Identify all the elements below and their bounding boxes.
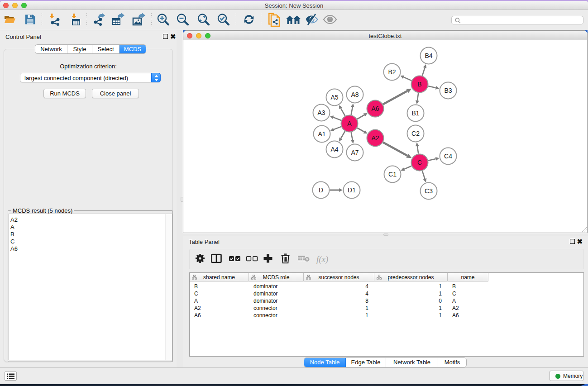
close-panel-button[interactable]: Close panel bbox=[92, 89, 139, 98]
network-canvas[interactable]: B4B2BB3A5A8A6B1A3AA1C2A2A4A7C4CC1C3DD1 bbox=[183, 41, 587, 233]
cell-predecessor-nodes[interactable]: 1 bbox=[374, 283, 442, 290]
import-network-icon[interactable] bbox=[48, 13, 62, 28]
column-header-predecessor-nodes[interactable]: predecessor nodes bbox=[374, 273, 448, 281]
edge-B-B2[interactable] bbox=[404, 77, 412, 81]
table-row[interactable]: A6connector11A6 bbox=[190, 312, 583, 319]
export-table-icon[interactable] bbox=[111, 13, 126, 28]
open-file-icon[interactable] bbox=[4, 14, 16, 27]
show-selected-icon[interactable] bbox=[323, 14, 337, 26]
export-image-icon[interactable] bbox=[132, 13, 147, 28]
close-panel-icon[interactable]: ✖ bbox=[170, 34, 176, 39]
column-header-MCDS-role[interactable]: MCDS role bbox=[249, 273, 304, 281]
zoom-out-icon[interactable] bbox=[177, 13, 189, 27]
table-close-panel-icon[interactable]: ✖ bbox=[577, 239, 583, 244]
cell-name[interactable]: A bbox=[452, 297, 487, 305]
edge-C-C1[interactable] bbox=[404, 166, 411, 169]
tab-mcds[interactable]: MCDS bbox=[120, 45, 146, 53]
edge-B-B1[interactable] bbox=[417, 93, 418, 100]
edge-B-B3[interactable] bbox=[428, 86, 436, 88]
column-header-shared-name[interactable]: shared name bbox=[190, 273, 249, 281]
table-row[interactable]: Bdominator41B bbox=[190, 283, 583, 290]
cell-shared-name[interactable]: A bbox=[194, 297, 248, 305]
export-network-icon[interactable] bbox=[93, 13, 106, 28]
float-panel-icon[interactable] bbox=[163, 34, 168, 39]
edge-A-A8[interactable] bbox=[351, 107, 353, 115]
edge-C-C2[interactable] bbox=[417, 146, 418, 154]
delete-row-icon[interactable] bbox=[281, 253, 290, 266]
apply-layout-icon[interactable] bbox=[243, 14, 255, 27]
result-item[interactable]: A6 bbox=[9, 245, 172, 253]
cell-MCDS-role[interactable]: dominator bbox=[253, 297, 302, 305]
network-window-titlebar[interactable]: testGlobe.txt bbox=[183, 31, 587, 40]
optimization-criterion-dropdown[interactable]: largest connected component (directed) bbox=[20, 73, 161, 82]
cell-shared-name[interactable]: B bbox=[194, 283, 248, 290]
resize-grip-icon[interactable] bbox=[580, 225, 587, 232]
result-item[interactable]: A2 bbox=[9, 216, 172, 224]
cell-shared-name[interactable]: A6 bbox=[194, 312, 248, 319]
table-row[interactable]: Cdominator41C bbox=[190, 290, 583, 297]
cell-MCDS-role[interactable]: dominator bbox=[253, 283, 302, 290]
edge-C-C4[interactable] bbox=[428, 159, 436, 161]
memory-button[interactable]: Memory bbox=[550, 371, 583, 381]
tab-node-table[interactable]: Node Table bbox=[304, 358, 346, 367]
cell-successor-nodes[interactable]: 4 bbox=[304, 290, 368, 297]
vertical-split-divider[interactable] bbox=[177, 30, 183, 367]
show-all-icon[interactable] bbox=[286, 14, 301, 27]
cell-shared-name[interactable]: C bbox=[194, 290, 248, 297]
tab-motifs[interactable]: Motifs bbox=[438, 358, 466, 367]
column-header-name[interactable]: name bbox=[448, 273, 488, 281]
edge-B-B4[interactable] bbox=[422, 68, 425, 76]
add-row-icon[interactable] bbox=[263, 253, 273, 265]
zoom-in-icon[interactable] bbox=[157, 13, 169, 27]
cell-predecessor-nodes[interactable]: 1 bbox=[374, 290, 442, 297]
result-item[interactable]: C bbox=[9, 238, 172, 245]
save-session-icon[interactable] bbox=[24, 14, 36, 27]
function-builder-icon[interactable]: f(x) bbox=[316, 254, 328, 264]
cell-MCDS-role[interactable]: dominator bbox=[253, 290, 302, 297]
edge-A-A6[interactable] bbox=[357, 115, 364, 119]
table-options-icon[interactable] bbox=[195, 253, 205, 265]
horizontal-split-handle[interactable] bbox=[383, 234, 388, 236]
cell-name[interactable]: A6 bbox=[452, 312, 487, 319]
table-row[interactable]: Adominator80A bbox=[190, 297, 583, 305]
edge-A2-C[interactable] bbox=[383, 142, 407, 156]
edge-A-A1[interactable] bbox=[334, 127, 341, 129]
select-all-icon[interactable] bbox=[229, 255, 241, 263]
cell-successor-nodes[interactable]: 1 bbox=[304, 305, 368, 312]
cell-shared-name[interactable]: A2 bbox=[194, 305, 248, 312]
result-scrollbar[interactable] bbox=[165, 214, 172, 360]
zoom-fit-icon[interactable] bbox=[197, 13, 210, 27]
tab-network-table[interactable]: Network Table bbox=[386, 358, 438, 367]
tab-edge-table[interactable]: Edge Table bbox=[346, 358, 386, 367]
cell-successor-nodes[interactable]: 4 bbox=[304, 283, 368, 290]
column-header-successor-nodes[interactable]: successor nodes bbox=[304, 273, 374, 281]
tab-style[interactable]: Style bbox=[67, 45, 92, 53]
zoom-selected-icon[interactable] bbox=[217, 13, 229, 27]
table-row[interactable]: A2connector11A2 bbox=[190, 305, 583, 312]
result-item[interactable]: A bbox=[9, 224, 172, 231]
cell-MCDS-role[interactable]: connector bbox=[253, 312, 302, 319]
cell-name[interactable]: A2 bbox=[452, 305, 487, 312]
edge-A-A4[interactable] bbox=[341, 131, 345, 138]
run-mcds-button[interactable]: Run MCDS bbox=[43, 89, 86, 98]
tab-select[interactable]: Select bbox=[92, 45, 120, 53]
annotations-icon[interactable] bbox=[267, 12, 281, 29]
cell-successor-nodes[interactable]: 1 bbox=[304, 312, 368, 319]
horizontal-split-divider[interactable] bbox=[183, 233, 588, 236]
edge-A-A5[interactable] bbox=[341, 108, 345, 116]
cell-MCDS-role[interactable]: connector bbox=[253, 305, 302, 312]
edge-A-A3[interactable] bbox=[333, 117, 341, 120]
search-input[interactable] bbox=[451, 16, 583, 24]
cell-predecessor-nodes[interactable]: 1 bbox=[374, 305, 442, 312]
mcds-result-list[interactable]: A2ABCA6 bbox=[8, 214, 172, 360]
cell-predecessor-nodes[interactable]: 1 bbox=[374, 312, 442, 319]
show-column-icon[interactable] bbox=[211, 254, 222, 265]
cell-successor-nodes[interactable]: 8 bbox=[304, 297, 368, 305]
cell-name[interactable]: C bbox=[452, 290, 487, 297]
edge-A6-B[interactable] bbox=[383, 91, 407, 105]
cell-predecessor-nodes[interactable]: 0 bbox=[374, 297, 442, 305]
edge-A-A2[interactable] bbox=[357, 128, 364, 132]
table-float-panel-icon[interactable] bbox=[570, 239, 575, 244]
cell-name[interactable]: B bbox=[452, 283, 487, 290]
delete-table-icon[interactable] bbox=[297, 255, 310, 264]
